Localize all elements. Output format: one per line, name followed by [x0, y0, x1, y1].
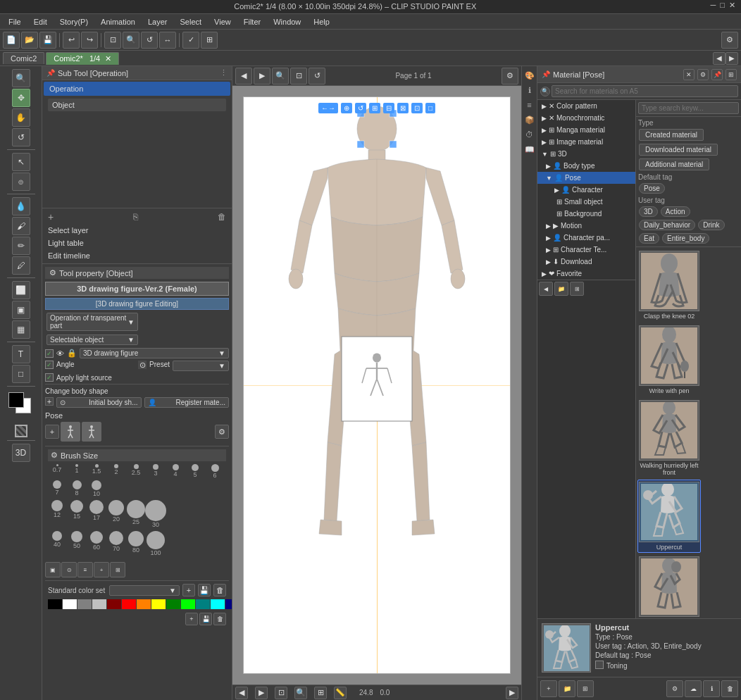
menu-help[interactable]: Help: [308, 16, 335, 27]
brush-5[interactable]: 5: [186, 464, 204, 479]
save-color-btn[interactable]: 💾: [199, 613, 212, 625]
transform-cube5[interactable]: □: [425, 103, 435, 113]
register-select[interactable]: 👤 Register mate...: [144, 397, 230, 408]
color-set-select[interactable]: ▼: [109, 585, 180, 596]
tool-text[interactable]: T: [12, 345, 30, 363]
brush-ctrl-3[interactable]: ≡: [77, 562, 93, 577]
mat-add-btn[interactable]: +: [540, 680, 557, 697]
menu-layer[interactable]: Layer: [142, 16, 173, 27]
brush-0.7[interactable]: 0.7: [48, 464, 66, 479]
brush-12[interactable]: 12: [48, 500, 66, 528]
toolbar-grid[interactable]: ⊞: [201, 32, 218, 49]
tree-3d[interactable]: ▼ ⊞ 3D: [537, 148, 635, 160]
toning-checkbox[interactable]: [595, 661, 604, 669]
brush-ctrl-4[interactable]: +: [94, 562, 109, 577]
light-table-item[interactable]: Light table: [44, 237, 230, 249]
sub-tool-operation[interactable]: Operation: [44, 82, 230, 96]
mat-grid-btn[interactable]: ⊞: [577, 680, 594, 697]
canvas-content[interactable]: ←→ ⊕ ↺ ⊞ ⊟ ⊠ ⊡ □: [232, 86, 521, 685]
brush-8[interactable]: 8: [68, 480, 86, 497]
tree-download[interactable]: ▶ ⬇ Download: [537, 256, 635, 268]
tag-pose[interactable]: Pose: [639, 183, 665, 194]
tree-grid-btn[interactable]: ⊞: [570, 282, 584, 296]
tree-color-pattern[interactable]: ▶ ✕ Color pattern: [537, 100, 635, 112]
new-layer-icon[interactable]: +: [48, 211, 54, 223]
tree-character[interactable]: ▶ 👤 Character: [537, 184, 635, 196]
tag-daily[interactable]: Daily_behavior: [639, 220, 695, 230]
thumb-clasp-knee[interactable]: Clasp the knee 02: [637, 249, 701, 322]
transform-move[interactable]: ←→: [318, 103, 338, 113]
canvas-nav-next[interactable]: ▶: [255, 687, 268, 699]
material-expand[interactable]: ⊞: [726, 69, 737, 80]
brush-15[interactable]: 15: [68, 500, 86, 528]
tree-collapse-btn[interactable]: ◀: [539, 282, 553, 296]
brush-ctrl-2[interactable]: ⊙: [61, 562, 77, 577]
brush-50[interactable]: 50: [68, 531, 86, 556]
swatch-gray[interactable]: [77, 599, 92, 609]
edit-timeline-item[interactable]: Edit timeline: [44, 249, 230, 262]
thumb-write-pen[interactable]: Write with pen: [637, 323, 701, 396]
search-cloud-input[interactable]: [552, 85, 738, 97]
color-delete-btn[interactable]: 🗑: [213, 584, 226, 596]
nav-icon-color[interactable]: 🎨: [523, 69, 536, 82]
tool-eyedrop[interactable]: 💧: [12, 197, 30, 215]
brush-1.5[interactable]: 1.5: [87, 464, 106, 479]
toolbar-redo[interactable]: ↪: [81, 32, 98, 49]
color-add-btn[interactable]: +: [182, 584, 195, 596]
tool-move[interactable]: ✥: [12, 89, 30, 107]
tag-3d[interactable]: 3D: [639, 206, 658, 217]
thumb-walking[interactable]: Walking hurriedly left front: [637, 398, 701, 478]
swatch-lime[interactable]: [181, 599, 195, 609]
tree-monochromatic[interactable]: ▶ ✕ Monochromatic: [537, 112, 635, 124]
canvas-settings[interactable]: ⚙: [502, 68, 518, 85]
tab-nav-right[interactable]: ▶: [726, 52, 738, 65]
minimize-btn[interactable]: ─: [711, 1, 716, 10]
brush-17[interactable]: 17: [87, 500, 106, 528]
tree-motion[interactable]: ▶ ▶ Motion: [537, 220, 635, 232]
figure-checkbox[interactable]: [45, 349, 54, 358]
tree-folder-btn[interactable]: 📁: [554, 282, 568, 296]
nav-icon-materials[interactable]: 📦: [523, 113, 536, 126]
menu-filter[interactable]: Filter: [238, 16, 266, 27]
brush-80[interactable]: 80: [127, 531, 145, 556]
tool-rotate[interactable]: ↺: [12, 128, 30, 146]
tool-3d[interactable]: 3D: [12, 444, 30, 462]
tool-hand[interactable]: ✋: [12, 108, 30, 127]
tab-comic2-active[interactable]: Comic2* 1/4 ✕: [46, 52, 119, 65]
toolbar-new[interactable]: 📄: [3, 32, 20, 49]
tag-eat[interactable]: Eat: [639, 233, 659, 244]
transform-cube1[interactable]: ⊞: [369, 103, 380, 113]
brush-7[interactable]: 7: [48, 480, 66, 497]
tool-lasso[interactable]: ⌾: [12, 173, 30, 191]
mat-cloud-btn[interactable]: ☁: [685, 680, 702, 697]
close-btn[interactable]: ✕: [729, 1, 735, 10]
swatch-maroon[interactable]: [107, 599, 121, 609]
brush-60[interactable]: 60: [87, 531, 106, 556]
operation-select[interactable]: Operation of transparent part ▼: [46, 313, 138, 331]
swatch-red[interactable]: [122, 599, 136, 609]
tool-pencil[interactable]: ✏: [12, 237, 30, 255]
sub-tool-menu-icon[interactable]: ⋮: [220, 68, 228, 77]
tool-zoom[interactable]: 🔍: [12, 69, 30, 87]
swatch-orange[interactable]: [137, 599, 151, 609]
brush-70[interactable]: 70: [107, 531, 125, 556]
apply-light-checkbox[interactable]: [45, 373, 54, 382]
canvas-more-btn[interactable]: ▶: [506, 687, 518, 699]
canvas-prev-page[interactable]: ◀: [235, 68, 252, 85]
toolbar-zoom-in[interactable]: 🔍: [123, 32, 139, 49]
figure-select[interactable]: 3D drawing figure ▼: [80, 348, 229, 358]
swatch-white[interactable]: [63, 599, 77, 609]
toolbar-rotate[interactable]: ↺: [141, 32, 158, 49]
brush-2.5[interactable]: 2.5: [127, 464, 145, 479]
swatch-yellow[interactable]: [151, 599, 166, 609]
canvas-nav-prev[interactable]: ◀: [235, 687, 248, 699]
tag-action[interactable]: Action: [661, 206, 690, 217]
search-local-input[interactable]: [638, 102, 739, 114]
pose-add-btn[interactable]: +: [45, 425, 59, 439]
brush-4[interactable]: 4: [166, 464, 185, 479]
tab-comic2[interactable]: Comic2: [3, 52, 44, 64]
object-item[interactable]: Object: [48, 99, 226, 111]
brush-30[interactable]: 30: [147, 500, 165, 528]
brush-1[interactable]: 1: [68, 464, 86, 479]
material-close[interactable]: ✕: [683, 69, 695, 80]
